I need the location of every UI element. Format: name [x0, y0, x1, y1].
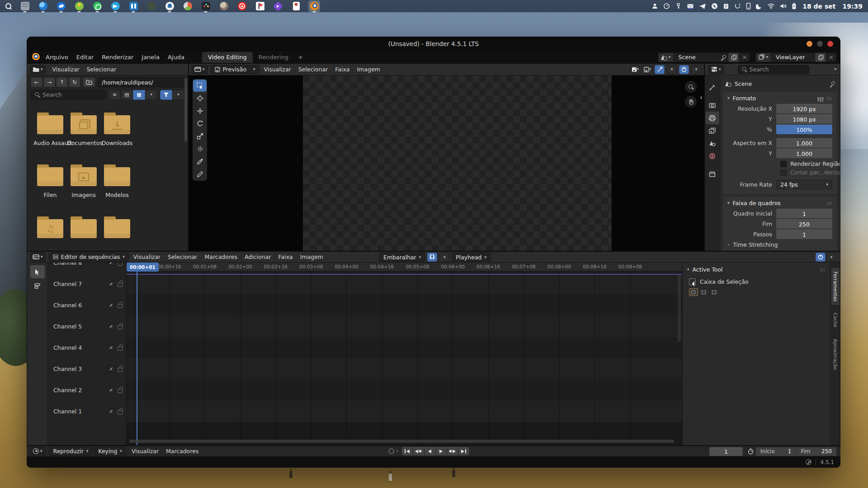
- gizmos-chevron[interactable]: ▾: [667, 65, 677, 74]
- tray-call-icon[interactable]: [711, 3, 718, 9]
- channel-visibility-checkbox[interactable]: ✓: [108, 281, 114, 287]
- overlays-button[interactable]: [679, 65, 689, 74]
- select-tool-button[interactable]: [30, 265, 45, 278]
- drag-dots-icon[interactable]: [820, 268, 826, 271]
- pan-tool-button[interactable]: [685, 96, 697, 108]
- menu-editar[interactable]: Editar: [72, 52, 98, 62]
- zoom-tool-button[interactable]: [685, 81, 697, 93]
- properties-search-input[interactable]: [750, 66, 805, 73]
- properties-tab-world[interactable]: [706, 150, 719, 162]
- sync-mode-dropdown[interactable]: ▾: [388, 448, 398, 454]
- properties-tab-tool[interactable]: [706, 81, 719, 94]
- menu-marcadores[interactable]: Marcadores: [201, 252, 241, 262]
- file-browser-scrollbar[interactable]: [184, 78, 187, 141]
- remove-icon[interactable]: ×: [829, 54, 834, 61]
- tray-sync-icon[interactable]: [734, 3, 741, 9]
- options-chevron[interactable]: ▾: [834, 67, 836, 71]
- channel-row-channel-1[interactable]: Channel 1✓: [48, 401, 126, 422]
- display-channels-button[interactable]: ▾: [630, 65, 640, 74]
- snap-button[interactable]: [427, 253, 437, 262]
- pin-icon[interactable]: [720, 55, 726, 60]
- channel-lock-icon[interactable]: [118, 410, 123, 414]
- tool-select-box-button[interactable]: [193, 80, 207, 92]
- channel-visibility-checkbox[interactable]: ✓: [108, 324, 114, 330]
- prop-value-field[interactable]: 1920 px: [776, 104, 832, 113]
- tool-rotate-button[interactable]: [193, 117, 207, 130]
- current-frame-field[interactable]: 1: [709, 447, 743, 456]
- app-cards-icon[interactable]: [290, 0, 302, 12]
- file-search-field[interactable]: [31, 90, 106, 100]
- channel-row-channel-3[interactable]: Channel 3✓: [48, 358, 126, 380]
- panel-expand-chevron[interactable]: ▾: [687, 267, 689, 272]
- properties-tab-output[interactable]: [706, 112, 719, 124]
- sequencer-mode-dropdown[interactable]: Editor de sequências ▾: [49, 253, 129, 262]
- filter-button[interactable]: [160, 90, 172, 100]
- unlink-icon[interactable]: ×: [742, 54, 747, 61]
- prop-value-field[interactable]: 250: [776, 219, 832, 229]
- channel-row-channel-7[interactable]: Channel 7✓: [48, 273, 126, 295]
- prev-keyframe-button[interactable]: [413, 447, 424, 455]
- app-trello-icon[interactable]: [127, 0, 139, 12]
- menu-janela[interactable]: Janela: [137, 52, 164, 62]
- checkbox[interactable]: [780, 169, 787, 176]
- tool-sample-button[interactable]: [193, 155, 207, 168]
- playhead-frame-badge[interactable]: 00:00+01: [127, 263, 159, 272]
- parent-folder-button[interactable]: ↑: [56, 77, 68, 87]
- app-ytmusic-icon[interactable]: [236, 0, 248, 12]
- app-gem-icon[interactable]: [272, 0, 284, 12]
- frame-end-field[interactable]: Fim250: [796, 448, 837, 455]
- duplicate-icon[interactable]: [731, 55, 736, 60]
- overlays-chevron[interactable]: ▾: [691, 65, 701, 74]
- panel-expand-chevron[interactable]: ▾: [727, 201, 730, 205]
- folder-item-modelos[interactable]: Modelos: [100, 167, 134, 219]
- tray-key-icon[interactable]: [675, 3, 682, 9]
- tray-user-icon[interactable]: [651, 3, 658, 9]
- prop-value-field[interactable]: 1: [776, 209, 832, 218]
- menu-faixa[interactable]: Faixa: [331, 65, 353, 74]
- tool-preset-select-lasso[interactable]: [699, 288, 708, 296]
- properties-tab-scene[interactable]: [706, 137, 719, 150]
- channel-visibility-checkbox[interactable]: ✓: [108, 366, 114, 372]
- tray-timer-icon[interactable]: [663, 3, 670, 9]
- folder-item[interactable]: [33, 219, 67, 251]
- channel-row-channel-8[interactable]: Channel 8✓: [48, 263, 126, 273]
- editor-type-button[interactable]: ▾: [30, 253, 46, 262]
- menu-visualizar[interactable]: Visualizar: [130, 252, 164, 262]
- preview-mode-dropdown[interactable]: Previsão ▾: [211, 65, 259, 74]
- clock-time[interactable]: 19:39: [842, 3, 863, 10]
- app-telegram-icon[interactable]: [109, 0, 121, 12]
- app-whatsapp-icon[interactable]: [91, 0, 103, 12]
- folder-item[interactable]: [67, 219, 100, 251]
- editor-type-button[interactable]: ▾: [708, 65, 724, 74]
- editor-type-button[interactable]: ▾: [192, 65, 208, 74]
- tray-volume-icon[interactable]: [780, 3, 787, 9]
- properties-tab-render[interactable]: [706, 99, 719, 112]
- close-button[interactable]: [827, 41, 833, 47]
- app-files-icon[interactable]: [19, 0, 31, 12]
- channel-lock-icon[interactable]: [118, 283, 123, 287]
- tool-move-button[interactable]: [193, 105, 207, 117]
- channel-visibility-checkbox[interactable]: ✓: [108, 345, 114, 351]
- tray-battery-icon[interactable]: [792, 3, 797, 9]
- gizmos-button[interactable]: [655, 65, 665, 74]
- view-thumbnails-button[interactable]: ▦: [133, 90, 145, 100]
- folder-item[interactable]: [100, 219, 134, 251]
- menu-visualizar[interactable]: Visualizar: [260, 65, 295, 74]
- channel-row-channel-2[interactable]: Channel 2✓: [48, 380, 126, 401]
- timeline-horizontal-scrollbar[interactable]: [129, 440, 674, 443]
- jump-end-button[interactable]: [458, 447, 469, 455]
- tool-preset-select-circle[interactable]: [710, 288, 719, 296]
- prop-value-field[interactable]: 1.000: [776, 138, 832, 148]
- app-kraken-icon[interactable]: [164, 0, 175, 12]
- playback-dropdown[interactable]: Reproduzir▾: [49, 447, 93, 456]
- menu-arquivo[interactable]: Arquivo: [42, 52, 72, 62]
- sidebar-tab-aproxima-o[interactable]: Aproximação: [831, 335, 840, 373]
- menu-adicionar[interactable]: Adicionar: [241, 252, 274, 262]
- folder-item-imagens[interactable]: Imagens: [67, 167, 100, 219]
- tray-moon-icon[interactable]: [756, 3, 762, 9]
- menu-renderizar[interactable]: Renderizar: [98, 52, 137, 62]
- channel-visibility-checkbox[interactable]: ✓: [108, 387, 114, 394]
- channel-visibility-checkbox[interactable]: ✓: [108, 263, 114, 266]
- tool-preset-select-box[interactable]: [689, 288, 698, 296]
- tray-phone-icon[interactable]: [746, 3, 751, 9]
